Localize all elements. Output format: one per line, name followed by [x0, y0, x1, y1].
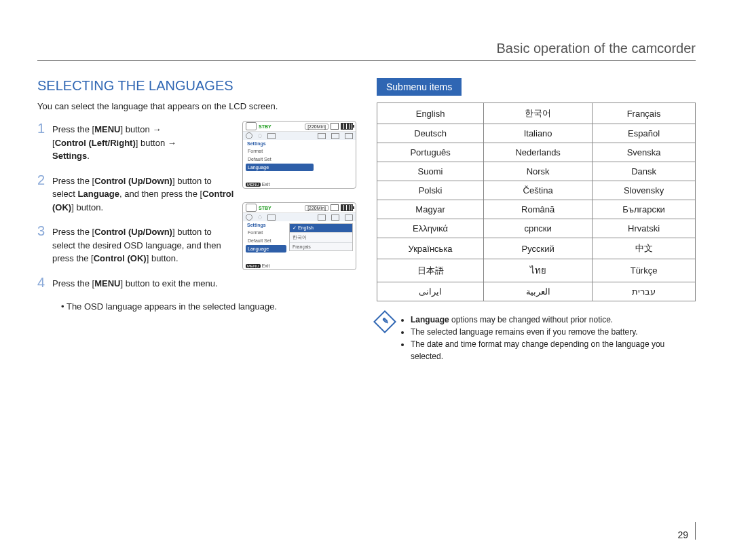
step-number: 2: [37, 172, 52, 188]
language-cell: српски: [484, 219, 593, 238]
language-cell: English: [377, 103, 484, 124]
lamp-icon: ◌: [258, 214, 262, 220]
language-cell: Français: [593, 103, 696, 124]
mode-icon: [267, 133, 276, 139]
step-number: 4: [37, 275, 52, 291]
language-cell: 日本語: [377, 259, 484, 282]
table-row: SuomiNorskDansk: [377, 162, 696, 181]
language-cell: Ελληνικά: [377, 219, 484, 238]
footer-hint: MENUExit: [246, 182, 269, 187]
note-icon: ✎: [373, 310, 396, 333]
step-4: 4 Press the [MENU] button to exit the me…: [37, 275, 356, 291]
language-cell: ایرانی: [377, 282, 484, 301]
time-remaining: [220Min]: [305, 205, 328, 211]
step-text: Press the [MENU] button → [Control (Left…: [52, 121, 237, 163]
step-number: 1: [37, 121, 52, 136]
page-number: 29: [677, 522, 696, 540]
table-row: DeutschItalianoEspañol: [377, 124, 696, 143]
option-korean: 한국어: [290, 233, 352, 243]
language-cell: Dansk: [593, 162, 696, 181]
sidebar-item-default: Default Set: [246, 155, 314, 163]
lcd-screenshot-1: STBY [220Min] ◌: [242, 121, 356, 189]
language-cell: ไทย: [484, 259, 593, 282]
step-3: 3 Press the [Control (Up/Down)] button t…: [37, 223, 237, 265]
table-row: PolskiČeštinaSlovensky: [377, 181, 696, 200]
chapter-header: Basic operation of the camcorder: [37, 41, 696, 61]
language-cell: Magyar: [377, 200, 484, 219]
language-cell: Svenska: [593, 143, 696, 162]
camera-icon: [246, 122, 257, 130]
language-cell: Български: [593, 200, 696, 219]
intro-text: You can select the language that appears…: [37, 100, 356, 113]
language-cell: Română: [484, 200, 593, 219]
manual-page: Basic operation of the camcorder SELECTI…: [0, 0, 733, 560]
gear-icon: [246, 132, 252, 139]
language-popup: English 한국어 Français: [289, 223, 353, 251]
language-cell: 中文: [593, 238, 696, 259]
sidebar-item-format: Format: [246, 147, 314, 155]
section-title: SELECTING THE LANGUAGES: [37, 78, 356, 94]
language-cell: Hrvatski: [593, 219, 696, 238]
sidebar-item-format: Format: [246, 229, 286, 236]
panel-icon: [331, 214, 339, 221]
table-row: English한국어Français: [377, 103, 696, 124]
table-row: MagyarRomânăБългарски: [377, 200, 696, 219]
option-francais: Français: [290, 243, 352, 250]
menu-btn-icon: MENU: [246, 264, 261, 268]
right-column: Submenu items English한국어FrançaisDeutschI…: [377, 78, 696, 362]
lamp-icon: ◌: [258, 133, 262, 138]
mode-icon: [267, 214, 276, 221]
camera-icon: [246, 204, 257, 212]
panel-icon: [345, 214, 353, 221]
step-number: 3: [37, 223, 52, 239]
language-table: English한국어FrançaisDeutschItalianoEspañol…: [377, 102, 696, 301]
icon-row: ◌: [243, 132, 356, 140]
note-item: The selected language remains even if yo…: [411, 326, 696, 338]
footer-hint: MENUExit: [246, 263, 269, 268]
step-text: Press the [MENU] button to exit the menu…: [52, 275, 356, 291]
sidebar-title: Settings: [246, 222, 286, 228]
sidebar-item-language-selected: Language: [246, 245, 286, 253]
option-english-selected: English: [290, 224, 352, 233]
sidebar-item-default: Default Set: [246, 237, 286, 244]
left-column: SELECTING THE LANGUAGES You can select t…: [37, 78, 356, 362]
panel-icon: [345, 133, 353, 139]
language-cell: Deutsch: [377, 124, 484, 143]
table-row: PortuguêsNederlandsSvenska: [377, 143, 696, 162]
step-2: 2 Press the [Control (Up/Down)] button t…: [37, 172, 237, 214]
note-item: Language options may be changed without …: [411, 314, 696, 326]
notes-block: ✎ Language options may be changed withou…: [377, 314, 696, 362]
battery-icon: [341, 123, 353, 130]
stby-indicator: STBY: [259, 124, 271, 129]
language-cell: Русский: [484, 238, 593, 259]
language-cell: Español: [593, 124, 696, 143]
battery-icon: [341, 204, 353, 211]
language-cell: Türkçe: [593, 259, 696, 282]
language-cell: العربية: [484, 282, 593, 301]
submenu-tab: Submenu items: [377, 78, 462, 96]
sidebar-item-language-selected: Language: [246, 164, 314, 171]
language-cell: עברית: [593, 282, 696, 301]
lcd-screenshot-2: STBY [220Min] ◌: [242, 202, 356, 270]
step-text: Press the [Control (Up/Down)] button to …: [52, 223, 237, 265]
table-row: ایرانیالعربيةעברית: [377, 282, 696, 301]
table-row: УкраїнськаРусский中文: [377, 238, 696, 259]
gear-icon: [246, 214, 252, 221]
panel-icon: [318, 133, 326, 139]
step-1: 1 Press the [MENU] button → [Control (Le…: [37, 121, 237, 163]
language-cell: Nederlands: [484, 143, 593, 162]
step-4-bullet: The OSD language appears in the selected…: [37, 300, 356, 314]
language-cell: Italiano: [484, 124, 593, 143]
panel-icon: [331, 133, 339, 139]
language-cell: 한국어: [484, 103, 593, 124]
step-text: Press the [Control (Up/Down)] button to …: [52, 172, 237, 214]
language-cell: Norsk: [484, 162, 593, 181]
note-item: The date and time format may change depe…: [411, 338, 696, 362]
time-remaining: [220Min]: [305, 124, 328, 130]
language-cell: Suomi: [377, 162, 484, 181]
language-cell: Čeština: [484, 181, 593, 200]
language-cell: Slovensky: [593, 181, 696, 200]
stby-indicator: STBY: [259, 206, 271, 210]
language-cell: Polski: [377, 181, 484, 200]
card-icon: [331, 204, 339, 211]
